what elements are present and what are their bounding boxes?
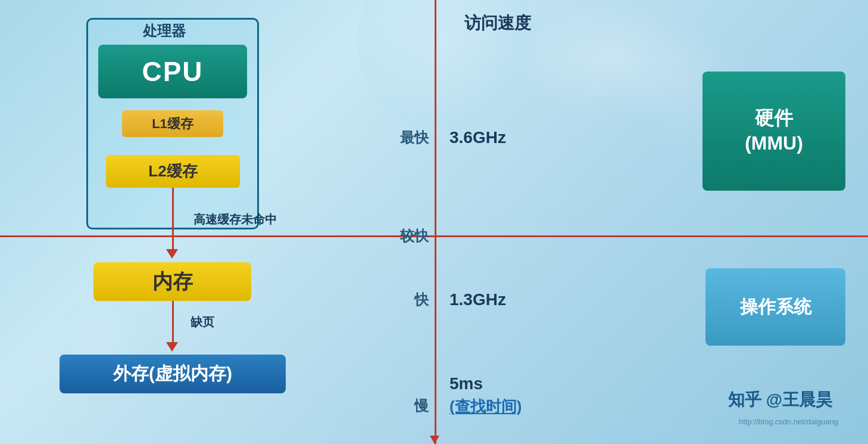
ram-box: 内存 xyxy=(93,262,251,301)
speed-medium-label: 快 xyxy=(408,290,429,309)
vertical-axis xyxy=(435,0,436,444)
speed-fastest-label: 最快 xyxy=(381,128,429,147)
speed-13ghz: 1.3GHz xyxy=(449,290,506,309)
vertical-axis-arrow xyxy=(430,436,439,444)
l2-to-ram-arrow xyxy=(166,249,178,259)
l1-label: L1缓存 xyxy=(152,115,193,133)
l2-to-ram-line xyxy=(172,188,174,253)
ram-to-ext-arrow xyxy=(166,342,178,352)
speed-fast-label: 较快 xyxy=(387,226,429,246)
l2-cache-box: L2缓存 xyxy=(106,155,240,188)
cpu-label: CPU xyxy=(142,55,203,88)
mmu-box: 硬件 (MMU) xyxy=(702,72,845,191)
mmu-line2: (MMU) xyxy=(745,131,803,156)
speed-36ghz: 3.6GHz xyxy=(449,128,506,147)
ram-label: 内存 xyxy=(152,268,193,296)
processor-label: 处理器 xyxy=(143,21,186,41)
axis-title: 访问速度 xyxy=(464,12,531,35)
mmu-line1: 硬件 xyxy=(755,106,793,131)
horizontal-axis xyxy=(0,235,868,237)
ext-storage-label: 外存(虚拟内存) xyxy=(113,362,232,386)
page-fault-label: 缺页 xyxy=(191,314,214,330)
ext-storage-box: 外存(虚拟内存) xyxy=(60,355,286,393)
cpu-box: CPU xyxy=(98,45,247,98)
watermark: 知乎 @王晨昊 xyxy=(728,389,832,411)
os-box: 操作系统 xyxy=(705,268,845,346)
speed-5ms: 5ms xyxy=(449,374,483,393)
speed-slow-label: 慢 xyxy=(408,396,429,415)
ram-to-ext-line xyxy=(172,301,174,346)
l2-label: L2缓存 xyxy=(148,161,197,182)
l1-cache-box: L1缓存 xyxy=(122,110,223,137)
url-text: http://blog.csdn.net/daiguang xyxy=(739,417,838,426)
search-time-label: (查找时间) xyxy=(449,396,522,417)
os-label: 操作系统 xyxy=(740,295,811,319)
cache-miss-label: 高速缓存未命中 xyxy=(193,212,277,228)
